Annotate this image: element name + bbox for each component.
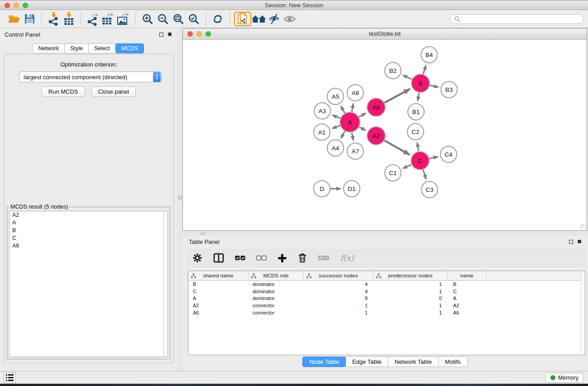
hide-graphics-details-icon[interactable] (267, 12, 282, 26)
table-scrollbar[interactable] (581, 271, 585, 355)
graph-node-A8[interactable]: A8 (347, 85, 363, 101)
graph-edge-A-A6[interactable] (359, 113, 366, 117)
close-panel-icon[interactable]: ✖ (167, 32, 172, 37)
import-table-icon[interactable] (61, 12, 76, 26)
tab-style[interactable]: Style (64, 43, 89, 53)
select-all-rows-icon[interactable] (235, 255, 245, 261)
tab-network-table[interactable]: Network Table (388, 357, 439, 367)
graph-edge-A-A2[interactable] (359, 127, 365, 130)
resize-grip[interactable] (580, 224, 586, 229)
float-panel-icon[interactable] (159, 33, 163, 37)
zoom-selected-icon[interactable] (186, 12, 201, 26)
import-network-icon[interactable] (46, 12, 61, 26)
tab-motifs[interactable]: Motifs (438, 357, 468, 367)
mcds-list-scrollbar[interactable] (163, 211, 167, 357)
node-table[interactable]: shared nameMCDS rolesuccessor nodesprede… (188, 271, 585, 355)
graph-node-A[interactable]: A (340, 112, 360, 132)
column-header-name[interactable]: name (447, 271, 486, 281)
graph-edge-A-A3[interactable] (332, 115, 340, 118)
export-table-icon[interactable] (100, 12, 116, 26)
zoom-fit-icon[interactable] (171, 12, 186, 26)
tab-network[interactable]: Network (32, 43, 65, 53)
column-header-shared-name[interactable]: shared name (188, 271, 248, 281)
deselect-all-rows-icon[interactable] (256, 255, 267, 261)
graph-node-A3[interactable]: A3 (314, 103, 330, 119)
graph-node-C1[interactable]: C1 (385, 165, 401, 181)
graph-edge-A-A4[interactable] (341, 131, 345, 138)
save-session-icon[interactable] (22, 12, 37, 26)
task-history-button[interactable] (4, 372, 16, 383)
graph-edge-C-C2[interactable] (417, 143, 419, 152)
graph-node-B2[interactable]: B2 (385, 62, 401, 79)
mcds-result-item[interactable]: C (10, 234, 167, 242)
graph-node-A6[interactable]: A6 (367, 98, 385, 116)
table-row[interactable]: Cdominator41C (188, 288, 585, 295)
mcds-result-item[interactable]: B (10, 227, 167, 234)
graph-edge-C-C3[interactable] (423, 170, 426, 179)
graph-edge-B-B1[interactable] (418, 93, 419, 101)
show-columns-icon[interactable] (213, 253, 224, 263)
refresh-layout-icon[interactable] (210, 12, 225, 26)
open-session-folder-icon[interactable] (6, 12, 22, 26)
graph-edge-A-A1[interactable] (332, 126, 340, 129)
search-field[interactable] (450, 14, 583, 24)
graph-edge-A2-C[interactable] (384, 140, 410, 155)
mcds-result-item[interactable]: A (10, 219, 167, 227)
vertical-split-handle[interactable] (178, 195, 182, 200)
add-row-icon[interactable] (277, 253, 287, 263)
table-row[interactable]: A2connector11A2 (188, 302, 585, 309)
graph-edge-A-A5[interactable] (341, 106, 345, 113)
column-header-predecessor-nodes[interactable]: predecessor nodes (373, 271, 447, 281)
network-graph-canvas[interactable]: AA1A2A3A4A5A6A7A8BB1B2B3B4CC1C2C3C4DD1 (183, 40, 587, 230)
graph-node-C4[interactable]: C4 (440, 146, 457, 162)
graph-edge-B-B2[interactable] (403, 75, 412, 79)
home-icon[interactable] (251, 12, 267, 26)
mcds-result-item[interactable]: A2 (10, 211, 167, 219)
graph-node-D[interactable]: D (314, 181, 330, 197)
graph-node-C2[interactable]: C2 (407, 124, 424, 140)
graph-edge-B-B3[interactable] (430, 86, 438, 87)
settings-gear-icon[interactable] (192, 253, 202, 263)
tab-select[interactable]: Select (88, 43, 116, 53)
graph-edge-C-C1[interactable] (403, 165, 411, 169)
export-image-icon[interactable] (116, 12, 131, 26)
graph-edge-A-A8[interactable] (352, 104, 353, 112)
zoom-in-icon[interactable] (140, 12, 155, 26)
close-table-panel-icon[interactable]: ✖ (577, 239, 582, 244)
graph-node-B3[interactable]: B3 (441, 81, 457, 98)
run-mcds-button[interactable]: Run MCDS (42, 86, 85, 97)
search-input[interactable] (460, 16, 579, 22)
graph-node-A7[interactable]: A7 (347, 143, 363, 159)
graph-node-C[interactable]: C (411, 152, 429, 170)
graph-edge-A6-B[interactable] (384, 89, 410, 103)
tab-edge-table[interactable]: Edge Table (345, 357, 388, 367)
graph-edge-B-B4[interactable] (423, 65, 426, 74)
graph-node-A1[interactable]: A1 (314, 124, 330, 140)
graph-node-A4[interactable]: A4 (327, 140, 344, 156)
table-row[interactable]: Adominator80A (188, 295, 585, 302)
mcds-result-item[interactable]: A6 (10, 242, 167, 250)
graph-node-C3[interactable]: C3 (421, 181, 438, 198)
delete-rows-trash-icon[interactable] (298, 253, 307, 263)
graph-node-B[interactable]: B (411, 74, 430, 92)
export-network-icon[interactable] (85, 12, 100, 26)
table-header-row[interactable]: shared nameMCDS rolesuccessor nodesprede… (188, 271, 585, 281)
column-header-MCDS-role[interactable]: MCDS role (248, 271, 303, 281)
graph-edge-A-A7[interactable] (352, 133, 353, 141)
graph-node-B1[interactable]: B1 (408, 104, 424, 120)
memory-button[interactable]: Memory (545, 373, 583, 383)
column-header-successor-nodes[interactable]: successor nodes (303, 271, 373, 281)
network-from-file-icon[interactable] (234, 12, 251, 26)
graph-node-A2[interactable]: A2 (367, 127, 385, 145)
criterion-select[interactable]: largest connected component (directed) ▲… (19, 71, 162, 82)
table-row[interactable]: Bdominator41B (188, 281, 585, 288)
graph-node-A5[interactable]: A5 (327, 88, 344, 105)
graph-node-B4[interactable]: B4 (421, 47, 437, 63)
graph-edge-C-C4[interactable] (429, 157, 438, 158)
mcds-result-list[interactable]: A2ABCA6 (9, 211, 168, 357)
zoom-out-icon[interactable] (155, 12, 171, 26)
tab-mcds[interactable]: MCDS (115, 43, 144, 53)
float-table-panel-icon[interactable] (569, 240, 573, 244)
close-panel-button[interactable]: Close panel (91, 86, 136, 97)
table-row[interactable]: A6connector11A6 (188, 309, 585, 316)
